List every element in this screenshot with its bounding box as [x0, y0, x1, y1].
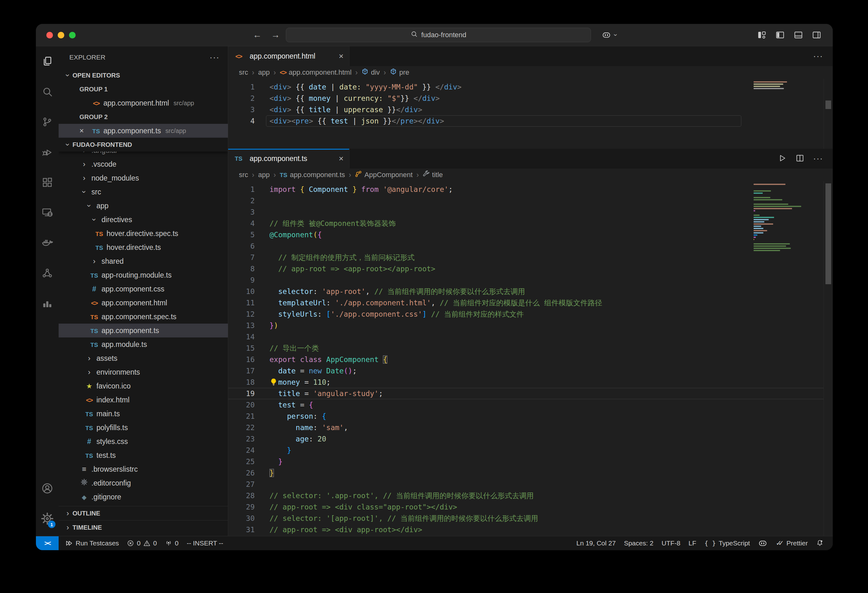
code-line-14[interactable]: 14	[228, 331, 833, 342]
open-editors-header[interactable]: › OPEN EDITORS	[59, 68, 228, 82]
code-line-3[interactable]: 3<div> {{ title | uppercase }}</div>	[228, 104, 833, 115]
code-line-29[interactable]: 29// app-root => <div class="app-root"><…	[228, 501, 833, 513]
code-line-12[interactable]: 12 styleUrls: ['./app.component.css'] //…	[228, 308, 833, 320]
code-line-25[interactable]: 25 }	[228, 456, 833, 467]
breadcrumb-item[interactable]: div	[362, 68, 380, 77]
remote-indicator[interactable]: ><	[36, 536, 59, 550]
editor-more-actions[interactable]: ···	[813, 154, 823, 164]
section-outline[interactable]: ›OUTLINE	[59, 506, 228, 520]
code-line-23[interactable]: 23 age: 20	[228, 433, 833, 445]
code-line-11[interactable]: 11 templateUrl: './app.component.html', …	[228, 297, 833, 308]
tree-item-environments[interactable]: ›environments	[59, 365, 228, 379]
tree-item-gitignore[interactable]: ◆.gitignore	[59, 490, 228, 504]
remote-explorer-icon[interactable]	[36, 198, 59, 228]
code-line-31[interactable]: 31// app-root => <div app-root></div>	[228, 524, 833, 535]
close-tab-icon[interactable]: ×	[339, 154, 344, 164]
toggle-panel-icon[interactable]	[794, 30, 803, 40]
breadcrumb-item[interactable]: src	[239, 68, 248, 77]
code-line-13[interactable]: 13})	[228, 320, 833, 331]
status-run-testcases[interactable]: Run Testcases	[61, 536, 123, 550]
status-notifications[interactable]	[812, 536, 828, 550]
code-line-18[interactable]: 18 money = 110;	[228, 376, 833, 388]
code-line-20[interactable]: 20 test = {	[228, 399, 833, 410]
tree-item-app-component-ts[interactable]: TSapp.component.ts	[59, 324, 228, 338]
search-icon[interactable]	[36, 77, 59, 107]
status-language[interactable]: { }TypeScript	[700, 536, 754, 550]
zoom-window-button[interactable]	[69, 32, 76, 38]
tree-item-app[interactable]: ›app	[59, 199, 228, 213]
tree-item-main-ts[interactable]: TSmain.ts	[59, 407, 228, 420]
code-line-3[interactable]: 3	[228, 207, 833, 218]
breadcrumb-item[interactable]: <>app.component.html	[280, 68, 351, 77]
source-control-icon[interactable]	[36, 107, 59, 137]
tree-item-polyfills-ts[interactable]: TSpolyfills.ts	[59, 420, 228, 435]
editor-more-actions[interactable]: ···	[813, 52, 823, 61]
status-formatter[interactable]: ✓✓Prettier	[772, 536, 812, 550]
breadcrumb-item[interactable]: AppComponent	[355, 170, 413, 179]
tree-item-app-component-css[interactable]: #app.component.css	[59, 282, 228, 296]
extensions-icon[interactable]	[36, 167, 59, 198]
breadcrumb-item[interactable]: pre	[390, 68, 409, 77]
tree-item-test-ts[interactable]: TStest.ts	[59, 448, 228, 462]
status-vim-mode[interactable]: -- INSERT --	[183, 536, 227, 550]
tree-item-shared[interactable]: ›shared	[59, 254, 228, 268]
code-line-10[interactable]: 10 selector: 'app-root', // 当前组件调用的时候你要以…	[228, 286, 833, 297]
tree-item-node-modules[interactable]: ›node_modules	[59, 171, 228, 185]
code-line-6[interactable]: 6	[228, 240, 833, 252]
command-center-search[interactable]: fudao-frontend	[286, 28, 591, 42]
code-line-17[interactable]: 17 date = new Date();	[228, 365, 833, 376]
customize-layout-icon[interactable]	[757, 30, 766, 40]
breadcrumb-top[interactable]: src›app›<>app.component.html›div›pre	[228, 66, 833, 79]
sidebar-more-actions[interactable]: ···	[210, 53, 220, 62]
breadcrumb-item[interactable]: TSapp.component.ts	[280, 171, 345, 179]
section-timeline[interactable]: ›TIMELINE	[59, 520, 228, 534]
code-line-24[interactable]: 24 }	[228, 445, 833, 456]
docker-icon[interactable]	[36, 228, 59, 258]
code-line-16[interactable]: 16export class AppComponent {	[228, 354, 833, 365]
tree-item-hover-directive-spec-ts[interactable]: TShover.directive.spec.ts	[59, 227, 228, 240]
tree-item-src[interactable]: ›src	[59, 185, 228, 199]
open-editor-item[interactable]: ×TSapp.component.tssrc/app	[59, 124, 228, 138]
breadcrumb-item[interactable]: app	[258, 68, 270, 77]
code-line-7[interactable]: 7 // 制定组件的使用方式，当前问标记形式	[228, 252, 833, 263]
tree-item-app-component-html[interactable]: <>app.component.html	[59, 296, 228, 310]
tree-item-favicon-ico[interactable]: ★favicon.ico	[59, 379, 228, 393]
breadcrumb-item[interactable]: src	[239, 171, 248, 179]
close-window-button[interactable]	[46, 32, 53, 38]
code-editor-typescript[interactable]: 1import { Component } from '@angular/cor…	[228, 181, 833, 536]
status-problems[interactable]: 00	[123, 536, 161, 550]
chart-icon[interactable]	[36, 288, 59, 319]
copilot-menu[interactable]: ›	[602, 24, 617, 46]
tree-item-browserslistrc[interactable]: ≡.browserslistrc	[59, 462, 228, 476]
code-editor-html[interactable]: 1<div> {{ date | date: "yyyy-MM-dd" }} <…	[228, 79, 833, 149]
tree-item-vscode[interactable]: ›.vscode	[59, 157, 228, 171]
code-line-28[interactable]: 28// selector: '.app-root', // 当前组件调用的时候…	[228, 490, 833, 501]
split-editor-icon[interactable]	[796, 154, 805, 164]
code-line-27[interactable]: 27	[228, 479, 833, 490]
run-debug-icon[interactable]	[36, 137, 59, 167]
tree-item-app-routing-module-ts[interactable]: TSapp-routing.module.ts	[59, 268, 228, 282]
breadcrumb-item[interactable]: app	[258, 171, 270, 179]
open-editor-item[interactable]: <>app.component.htmlsrc/app	[59, 96, 228, 110]
tree-item-assets[interactable]: ›assets	[59, 351, 228, 365]
status-eol[interactable]: LF	[685, 536, 701, 550]
forward-arrow-icon[interactable]: →	[271, 30, 280, 40]
code-line-2[interactable]: 2	[228, 195, 833, 207]
toggle-secondary-sidebar-icon[interactable]	[812, 30, 821, 40]
tree-item-app-component-spec-ts[interactable]: TSapp.component.spec.ts	[59, 310, 228, 324]
status-indentation[interactable]: Spaces: 2	[620, 536, 657, 550]
code-line-19[interactable]: 19 title = 'angular-study';	[228, 388, 833, 399]
tree-item-index-html[interactable]: <>index.html	[59, 393, 228, 407]
breadcrumb-bottom[interactable]: src›app›TSapp.component.ts›AppComponent›…	[228, 168, 833, 181]
back-arrow-icon[interactable]: ←	[253, 30, 261, 40]
settings-icon[interactable]: 1	[36, 503, 59, 534]
tab-app-component-ts[interactable]: TS app.component.ts ×	[228, 149, 350, 168]
status-copilot-status[interactable]	[754, 536, 772, 550]
close-tab-icon[interactable]: ×	[339, 52, 344, 61]
tree-item-angular[interactable]: ›.angular	[59, 152, 228, 157]
code-line-1[interactable]: 1<div> {{ date | date: "yyyy-MM-dd" }} <…	[228, 81, 833, 93]
code-line-2[interactable]: 2<div> {{ money | currency: "$"}} </div>	[228, 93, 833, 104]
account-icon[interactable]	[36, 473, 59, 503]
explorer-icon[interactable]	[36, 46, 59, 77]
code-line-21[interactable]: 21 person: {	[228, 410, 833, 422]
